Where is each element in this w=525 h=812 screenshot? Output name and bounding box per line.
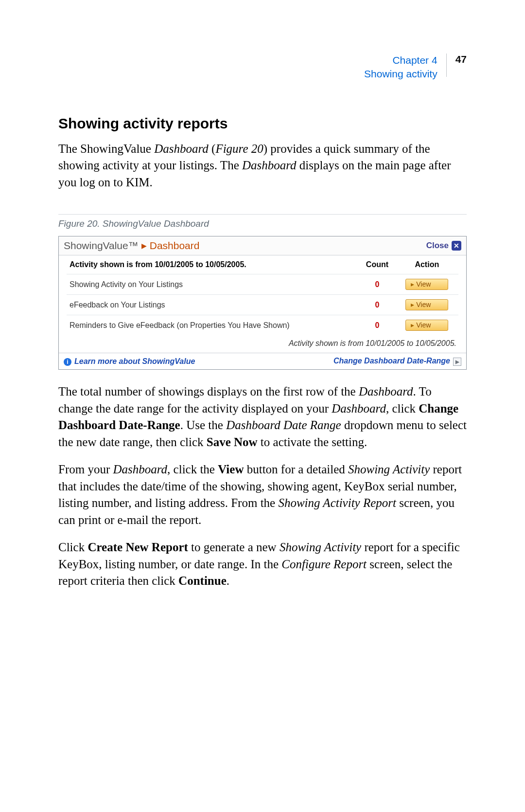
change-date-range-link[interactable]: Change Dashboard Date-Range▶ bbox=[333, 357, 461, 366]
view-button[interactable]: View bbox=[405, 279, 448, 290]
dashboard-panel: ShowingValue™ ▶ Dashboard Close ✕ Activi… bbox=[58, 236, 467, 370]
col-action: Action bbox=[396, 255, 458, 274]
close-label[interactable]: Close bbox=[426, 241, 449, 251]
triangle-right-icon: ▶ bbox=[141, 242, 147, 250]
row-count: 0 bbox=[359, 315, 395, 336]
header-divider bbox=[446, 54, 447, 77]
table-row: Showing Activity on Your Listings 0 View bbox=[67, 274, 458, 295]
col-activity: Activity shown is from 10/01/2005 to 10/… bbox=[67, 255, 359, 274]
row-count: 0 bbox=[359, 274, 395, 295]
chapter-label: Chapter 4 bbox=[364, 54, 438, 67]
body-paragraph: The total number of showings displays on… bbox=[58, 383, 467, 451]
row-label: Showing Activity on Your Listings bbox=[67, 274, 359, 295]
view-button[interactable]: View bbox=[405, 299, 448, 310]
chapter-subtitle: Showing activity bbox=[364, 67, 438, 81]
triangle-right-icon: ▶ bbox=[453, 358, 461, 366]
view-button[interactable]: View bbox=[405, 320, 448, 331]
dashboard-brand: ShowingValue™ bbox=[64, 240, 139, 252]
info-icon: i bbox=[64, 358, 71, 366]
section-heading: Showing activity reports bbox=[58, 115, 467, 132]
table-row: eFeedback on Your Listings 0 View bbox=[67, 295, 458, 315]
row-label: Reminders to Give eFeedback (on Properti… bbox=[67, 315, 359, 336]
dashboard-title: Dashboard bbox=[150, 240, 200, 252]
learn-more-link[interactable]: iLearn more about ShowingValue bbox=[64, 357, 195, 366]
dashboard-footer-note: Activity shown is from 10/01/2005 to 10/… bbox=[67, 335, 458, 353]
close-icon[interactable]: ✕ bbox=[452, 241, 461, 251]
body-paragraph: Click Create New Report to generate a ne… bbox=[58, 539, 467, 590]
page-number: 47 bbox=[455, 54, 467, 65]
body-paragraph: From your Dashboard, click the View butt… bbox=[58, 461, 467, 528]
dashboard-titlebar: ShowingValue™ ▶ Dashboard Close ✕ bbox=[59, 236, 466, 255]
dashboard-table: Activity shown is from 10/01/2005 to 10/… bbox=[67, 255, 458, 335]
row-count: 0 bbox=[359, 295, 395, 315]
rule bbox=[58, 214, 467, 215]
page-header: Chapter 4 Showing activity 47 bbox=[58, 54, 467, 81]
figure-caption: Figure 20. ShowingValue Dashboard bbox=[58, 218, 467, 229]
col-count: Count bbox=[359, 255, 395, 274]
row-label: eFeedback on Your Listings bbox=[67, 295, 359, 315]
table-row: Reminders to Give eFeedback (on Properti… bbox=[67, 315, 458, 336]
intro-paragraph: The ShowingValue Dashboard (Figure 20) p… bbox=[58, 141, 467, 191]
